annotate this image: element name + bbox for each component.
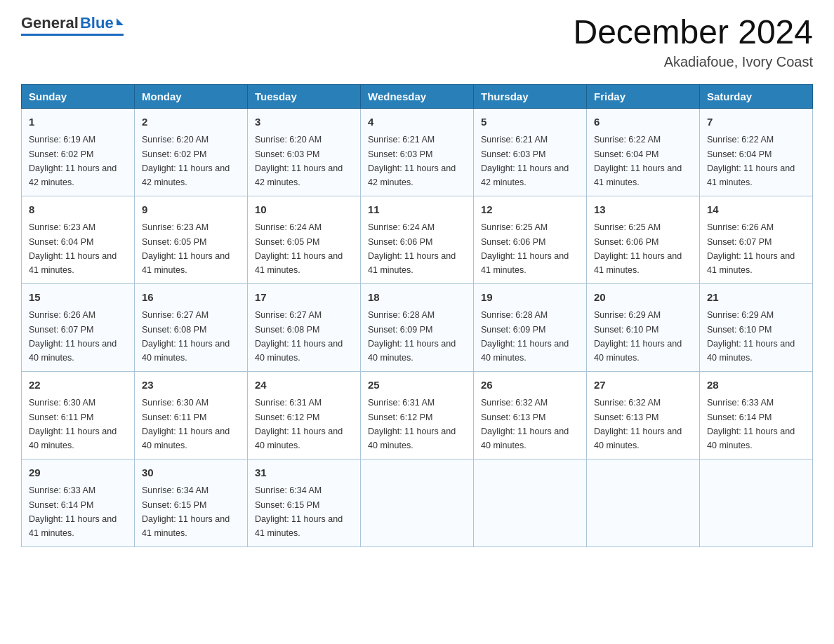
day-detail: Sunrise: 6:26 AMSunset: 6:07 PMDaylight:…	[29, 310, 117, 363]
day-number: 18	[368, 290, 466, 306]
calendar-week-row: 22Sunrise: 6:30 AMSunset: 6:11 PMDayligh…	[22, 371, 813, 459]
calendar-week-row: 8Sunrise: 6:23 AMSunset: 6:04 PMDaylight…	[22, 196, 813, 283]
day-detail: Sunrise: 6:25 AMSunset: 6:06 PMDaylight:…	[594, 222, 682, 275]
calendar-cell: 4Sunrise: 6:21 AMSunset: 6:03 PMDaylight…	[361, 108, 474, 196]
day-number: 19	[481, 290, 579, 306]
day-detail: Sunrise: 6:29 AMSunset: 6:10 PMDaylight:…	[707, 310, 795, 363]
day-number: 3	[255, 114, 353, 130]
day-number: 11	[368, 202, 466, 218]
calendar-cell: 2Sunrise: 6:20 AMSunset: 6:02 PMDaylight…	[135, 108, 248, 196]
day-number: 13	[594, 202, 692, 218]
calendar-cell: 9Sunrise: 6:23 AMSunset: 6:05 PMDaylight…	[135, 196, 248, 283]
day-number: 12	[481, 202, 579, 218]
day-detail: Sunrise: 6:27 AMSunset: 6:08 PMDaylight:…	[142, 310, 230, 363]
calendar-cell	[474, 459, 587, 546]
day-detail: Sunrise: 6:32 AMSunset: 6:13 PMDaylight:…	[481, 398, 569, 450]
day-detail: Sunrise: 6:29 AMSunset: 6:10 PMDaylight:…	[594, 310, 682, 363]
day-detail: Sunrise: 6:28 AMSunset: 6:09 PMDaylight:…	[481, 310, 569, 363]
header-monday: Monday	[135, 84, 248, 108]
header-saturday: Saturday	[700, 84, 813, 108]
day-detail: Sunrise: 6:30 AMSunset: 6:11 PMDaylight:…	[29, 398, 117, 450]
day-detail: Sunrise: 6:30 AMSunset: 6:11 PMDaylight:…	[142, 398, 230, 450]
calendar-cell: 15Sunrise: 6:26 AMSunset: 6:07 PMDayligh…	[22, 283, 135, 371]
calendar-table: SundayMondayTuesdayWednesdayThursdayFrid…	[21, 84, 813, 547]
title-block: December 2024 Akadiafoue, Ivory Coast	[573, 14, 813, 70]
day-detail: Sunrise: 6:27 AMSunset: 6:08 PMDaylight:…	[255, 310, 343, 363]
day-number: 28	[707, 377, 805, 394]
day-number: 6	[594, 114, 692, 130]
month-title: December 2024	[573, 14, 813, 51]
day-number: 23	[142, 377, 240, 394]
day-number: 2	[142, 114, 240, 130]
calendar-cell: 25Sunrise: 6:31 AMSunset: 6:12 PMDayligh…	[361, 371, 474, 459]
calendar-week-row: 1Sunrise: 6:19 AMSunset: 6:02 PMDaylight…	[22, 108, 813, 196]
day-number: 5	[481, 114, 579, 130]
calendar-cell	[361, 459, 474, 546]
calendar-cell: 6Sunrise: 6:22 AMSunset: 6:04 PMDaylight…	[587, 108, 700, 196]
logo-blue-text: Blue	[80, 14, 114, 32]
day-number: 25	[368, 377, 466, 394]
day-detail: Sunrise: 6:22 AMSunset: 6:04 PMDaylight:…	[707, 135, 795, 187]
header-wednesday: Wednesday	[361, 84, 474, 108]
calendar-cell: 28Sunrise: 6:33 AMSunset: 6:14 PMDayligh…	[700, 371, 813, 459]
day-detail: Sunrise: 6:22 AMSunset: 6:04 PMDaylight:…	[594, 135, 682, 187]
calendar-cell	[700, 459, 813, 546]
day-detail: Sunrise: 6:26 AMSunset: 6:07 PMDaylight:…	[707, 222, 795, 275]
day-number: 8	[29, 202, 127, 218]
day-number: 10	[255, 202, 353, 218]
day-number: 31	[255, 465, 353, 481]
day-number: 27	[594, 377, 692, 394]
calendar-cell: 8Sunrise: 6:23 AMSunset: 6:04 PMDaylight…	[22, 196, 135, 283]
calendar-cell: 18Sunrise: 6:28 AMSunset: 6:09 PMDayligh…	[361, 283, 474, 371]
day-number: 15	[29, 290, 127, 306]
header-thursday: Thursday	[474, 84, 587, 108]
calendar-cell: 3Sunrise: 6:20 AMSunset: 6:03 PMDaylight…	[248, 108, 361, 196]
logo-text: GeneralBlue	[21, 14, 124, 32]
day-number: 29	[29, 465, 127, 481]
calendar-cell: 17Sunrise: 6:27 AMSunset: 6:08 PMDayligh…	[248, 283, 361, 371]
calendar-cell: 11Sunrise: 6:24 AMSunset: 6:06 PMDayligh…	[361, 196, 474, 283]
calendar-cell: 14Sunrise: 6:26 AMSunset: 6:07 PMDayligh…	[700, 196, 813, 283]
day-detail: Sunrise: 6:33 AMSunset: 6:14 PMDaylight:…	[707, 398, 795, 450]
calendar-cell: 20Sunrise: 6:29 AMSunset: 6:10 PMDayligh…	[587, 283, 700, 371]
day-number: 26	[481, 377, 579, 394]
logo: GeneralBlue	[21, 14, 124, 36]
location-label: Akadiafoue, Ivory Coast	[573, 54, 813, 70]
day-detail: Sunrise: 6:20 AMSunset: 6:03 PMDaylight:…	[255, 135, 343, 187]
logo-arrow-icon	[117, 18, 124, 25]
calendar-cell: 19Sunrise: 6:28 AMSunset: 6:09 PMDayligh…	[474, 283, 587, 371]
day-detail: Sunrise: 6:20 AMSunset: 6:02 PMDaylight:…	[142, 135, 230, 187]
day-number: 17	[255, 290, 353, 306]
page-header: GeneralBlue December 2024 Akadiafoue, Iv…	[21, 14, 813, 70]
day-number: 9	[142, 202, 240, 218]
day-detail: Sunrise: 6:28 AMSunset: 6:09 PMDaylight:…	[368, 310, 456, 363]
day-number: 21	[707, 290, 805, 306]
day-detail: Sunrise: 6:21 AMSunset: 6:03 PMDaylight:…	[368, 135, 456, 187]
calendar-cell: 5Sunrise: 6:21 AMSunset: 6:03 PMDaylight…	[474, 108, 587, 196]
calendar-cell: 7Sunrise: 6:22 AMSunset: 6:04 PMDaylight…	[700, 108, 813, 196]
day-number: 7	[707, 114, 805, 130]
header-sunday: Sunday	[22, 84, 135, 108]
day-detail: Sunrise: 6:24 AMSunset: 6:06 PMDaylight:…	[368, 222, 456, 275]
header-friday: Friday	[587, 84, 700, 108]
day-detail: Sunrise: 6:23 AMSunset: 6:04 PMDaylight:…	[29, 222, 117, 275]
calendar-cell: 1Sunrise: 6:19 AMSunset: 6:02 PMDaylight…	[22, 108, 135, 196]
calendar-cell: 23Sunrise: 6:30 AMSunset: 6:11 PMDayligh…	[135, 371, 248, 459]
day-number: 24	[255, 377, 353, 394]
day-number: 14	[707, 202, 805, 218]
day-detail: Sunrise: 6:19 AMSunset: 6:02 PMDaylight:…	[29, 135, 117, 187]
calendar-week-row: 29Sunrise: 6:33 AMSunset: 6:14 PMDayligh…	[22, 459, 813, 546]
logo-general: General	[21, 14, 79, 32]
calendar-header-row: SundayMondayTuesdayWednesdayThursdayFrid…	[22, 84, 813, 108]
day-detail: Sunrise: 6:23 AMSunset: 6:05 PMDaylight:…	[142, 222, 230, 275]
calendar-cell: 31Sunrise: 6:34 AMSunset: 6:15 PMDayligh…	[248, 459, 361, 546]
calendar-cell	[587, 459, 700, 546]
day-detail: Sunrise: 6:31 AMSunset: 6:12 PMDaylight:…	[368, 398, 456, 450]
day-detail: Sunrise: 6:33 AMSunset: 6:14 PMDaylight:…	[29, 485, 117, 538]
calendar-cell: 30Sunrise: 6:34 AMSunset: 6:15 PMDayligh…	[135, 459, 248, 546]
day-number: 4	[368, 114, 466, 130]
day-number: 1	[29, 114, 127, 130]
calendar-cell: 24Sunrise: 6:31 AMSunset: 6:12 PMDayligh…	[248, 371, 361, 459]
day-detail: Sunrise: 6:31 AMSunset: 6:12 PMDaylight:…	[255, 398, 343, 450]
calendar-cell: 16Sunrise: 6:27 AMSunset: 6:08 PMDayligh…	[135, 283, 248, 371]
